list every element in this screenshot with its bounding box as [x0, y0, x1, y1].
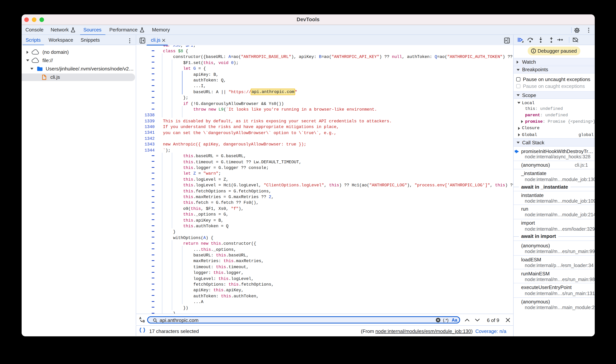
svg-text:B: B — [143, 320, 145, 323]
svg-text:A: A — [139, 317, 141, 320]
